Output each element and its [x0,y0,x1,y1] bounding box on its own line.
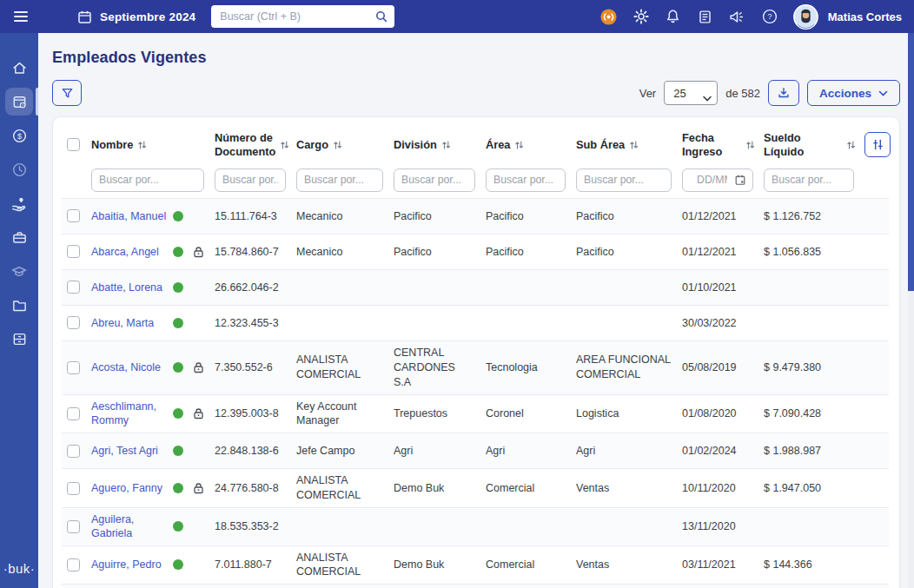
filter-button[interactable] [52,80,82,106]
employee-name-link[interactable]: Abatte, Lorena [91,281,169,294]
area-cell: Coronel [486,406,576,421]
row-checkbox[interactable] [67,558,80,571]
document-cell: 24.776.580-8 [215,481,296,496]
sort-icon[interactable] [333,140,342,150]
page-size-select[interactable]: 25 [664,81,718,105]
buk-assistant-icon[interactable] [600,8,618,25]
document-cell: 12.323.455-3 [215,316,296,331]
lock-icon [193,246,204,258]
table-row: Agri, Test Agri22.848.138-6Jefe CampoAgr… [62,433,889,468]
filter-area-input[interactable] [486,168,566,192]
document-cell: 15.111.764-3 [215,209,296,224]
filter-fecha-datebox [682,168,753,192]
area-cell: Tecnologia [486,360,576,375]
sidebar-item-training[interactable] [0,254,38,288]
download-button[interactable] [768,80,799,106]
column-header-area: Área [486,138,576,152]
cargo-cell: Mecanico [296,209,394,224]
table-row: Abreu, Marta12.323.455-330/03/2022 [62,305,889,340]
acciones-button[interactable]: Acciones [807,80,900,106]
row-checkbox[interactable] [67,361,80,374]
sidebar-item-documents[interactable] [0,288,38,322]
filter-sueldo-input[interactable] [764,168,854,192]
sidebar-item-time[interactable] [0,153,38,187]
employee-name-link[interactable]: Agri, Test Agri [91,444,169,458]
row-checkbox[interactable] [67,281,80,294]
user-name[interactable]: Matias Cortes [828,10,902,23]
employee-name-link[interactable]: Aguilera, Gabriela [91,512,169,541]
select-all-checkbox[interactable] [67,138,80,151]
chevron-down-icon [878,90,888,96]
division-cell: Pacifico [394,209,486,224]
document-icon[interactable] [697,8,714,25]
row-checkbox[interactable] [67,445,80,458]
sueldo-cell: $ 1.988.987 [764,444,864,459]
clock-icon [11,162,28,178]
sort-icon[interactable] [629,140,639,150]
row-checkbox[interactable] [67,407,80,420]
employee-name-link[interactable]: Aguirre, Pedro [91,558,169,571]
scrollbar-track[interactable] [908,33,914,588]
briefcase-icon [11,229,28,246]
employee-name-link[interactable]: Aguero, Fanny [91,481,169,495]
filter-documento-input[interactable] [215,168,286,192]
sidebar-item-remunerations[interactable]: $ [0,119,38,153]
sort-icon[interactable] [514,140,524,150]
cabinet-icon [11,331,28,347]
filter-division-input[interactable] [394,168,475,192]
filter-nombre-input[interactable] [91,168,204,192]
table-row: Abatte, Lorena26.662.046-201/10/2021 [62,269,889,305]
subarea-cell: Agri [576,444,682,459]
division-cell: Pacifico [394,245,486,260]
row-checkbox[interactable] [67,209,80,222]
notifications-bell-icon[interactable] [665,8,682,25]
filter-fecha-input[interactable] [690,168,734,192]
active-status-dot [173,211,183,221]
settings-gear-icon[interactable] [633,8,650,25]
sidebar-item-benefits[interactable] [0,187,38,221]
sidebar-item-organization[interactable] [0,322,38,356]
calendar-icon[interactable] [734,174,746,186]
sidebar-item-jobs[interactable] [0,221,38,254]
column-settings-button[interactable] [864,132,891,157]
sort-icon[interactable] [846,140,856,150]
dollar-icon: $ [11,128,28,144]
row-checkbox[interactable] [67,482,80,495]
announcements-megaphone-icon[interactable] [729,8,746,25]
filter-subarea-input[interactable] [576,168,672,192]
filter-cargo-input[interactable] [296,168,383,192]
row-checkbox[interactable] [67,520,80,533]
sidebar-item-employees[interactable] [0,85,38,119]
employee-name-link[interactable]: Abreu, Marta [91,316,169,330]
sort-icon[interactable] [137,140,147,150]
sidebar-item-home[interactable] [0,51,38,85]
table-row: Aguirre, Daniel Eduardo16.070.250-8Sales… [62,584,889,588]
calendar-icon[interactable] [76,8,93,25]
row-checkbox[interactable] [67,316,80,329]
employee-name-link[interactable]: Aeschlimann, Rommy [91,400,169,428]
search-input[interactable] [211,5,394,28]
funnel-icon [61,87,74,100]
cargo-cell: ANALISTA COMERCIAL [296,473,394,503]
employee-name-link[interactable]: Acosta, Nicole [91,360,169,374]
employees-table: Nombre Número de Documento Cargo Divisió… [52,116,900,588]
scrollbar-thumb[interactable] [908,33,914,291]
employee-name-link[interactable]: Abaitia, Manuel [91,209,169,223]
help-icon[interactable]: ? [761,8,778,25]
sort-icon[interactable] [441,140,451,150]
menu-hamburger-icon[interactable] [14,11,28,22]
row-checkbox[interactable] [67,245,80,258]
sort-icon[interactable] [280,140,289,150]
cargo-cell: Key Account Manager [296,400,394,429]
search-icon[interactable] [374,10,388,27]
avatar[interactable] [793,4,818,30]
period-label[interactable]: Septiembre 2024 [100,10,195,23]
division-cell: Trepuestos [394,406,486,421]
sort-icon[interactable] [745,140,755,150]
table-row: Acosta, Nicole7.350.552-6ANALISTA COMERC… [62,340,889,394]
area-cell: Pacifico [486,245,576,260]
active-status-dot [173,559,183,570]
area-cell: Comercial [486,558,576,572]
employee-name-link[interactable]: Abarca, Angel [91,245,169,259]
page-title: Empleados Vigentes [52,49,900,67]
